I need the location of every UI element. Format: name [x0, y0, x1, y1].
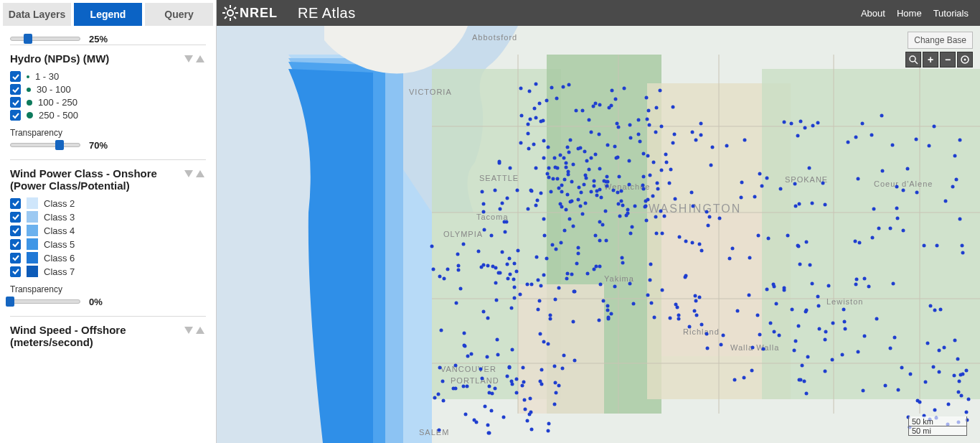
svg-point-422 — [961, 251, 965, 255]
svg-point-541 — [479, 368, 483, 371]
svg-point-495 — [857, 350, 860, 354]
link-home[interactable]: Home — [897, 8, 922, 19]
svg-point-297 — [513, 297, 517, 300]
svg-point-110 — [598, 133, 601, 136]
svg-point-371 — [661, 232, 664, 236]
svg-point-234 — [569, 200, 573, 204]
link-about[interactable]: About — [861, 8, 885, 19]
svg-point-204 — [512, 278, 516, 281]
svg-point-181 — [481, 190, 484, 194]
move-down-icon[interactable] — [183, 52, 194, 65]
svg-point-189 — [483, 228, 486, 232]
svg-point-283 — [466, 385, 469, 388]
checkbox[interactable] — [10, 71, 21, 82]
svg-text:Abbotsford: Abbotsford — [472, 33, 517, 42]
checkbox[interactable] — [10, 84, 21, 95]
svg-point-102 — [594, 153, 598, 157]
map-area[interactable]: NREL RE Atlas About Home Tutorials Chang… — [217, 0, 980, 443]
move-down-icon[interactable] — [183, 324, 194, 337]
checkbox[interactable] — [10, 110, 21, 121]
svg-point-482 — [748, 294, 751, 297]
svg-point-229 — [566, 272, 570, 276]
checkbox[interactable] — [10, 198, 21, 209]
link-tutorials[interactable]: Tutorials — [933, 8, 969, 19]
svg-point-105 — [646, 154, 650, 158]
legend-item-label: 250 - 500 — [39, 110, 78, 121]
svg-point-445 — [936, 244, 939, 248]
zoom-in-button[interactable]: + — [923, 52, 938, 67]
svg-point-243 — [549, 314, 552, 317]
svg-point-490 — [960, 394, 963, 398]
svg-point-124 — [628, 159, 631, 163]
svg-point-239 — [577, 246, 580, 250]
svg-point-156 — [529, 118, 532, 121]
svg-point-134 — [642, 187, 646, 191]
svg-point-64 — [623, 87, 626, 90]
zoom-out-button[interactable]: − — [940, 52, 956, 67]
move-up-icon[interactable] — [194, 167, 206, 180]
svg-point-271 — [486, 355, 489, 359]
svg-point-113 — [617, 126, 621, 129]
map-canvas[interactable]: WASHINGTON Abbotsford VICTORIA SEATTLE T… — [217, 26, 980, 443]
svg-point-223 — [506, 263, 509, 266]
svg-point-296 — [463, 344, 466, 348]
checkbox[interactable] — [10, 225, 21, 236]
move-up-icon[interactable] — [194, 324, 206, 337]
svg-point-497 — [806, 355, 810, 359]
svg-point-483 — [773, 330, 776, 334]
tab-query[interactable]: Query — [145, 3, 213, 26]
zoom-box-button[interactable] — [905, 52, 921, 67]
svg-point-572 — [938, 370, 941, 374]
svg-point-170 — [534, 83, 538, 86]
tab-data-layers[interactable]: Data Layers — [3, 3, 71, 26]
legend-item-label: Class 4 — [44, 225, 75, 236]
svg-point-506 — [926, 342, 930, 345]
svg-point-511 — [939, 308, 943, 312]
svg-point-279 — [477, 250, 481, 253]
svg-point-142 — [647, 109, 651, 113]
svg-point-252 — [549, 317, 552, 321]
svg-point-298 — [482, 310, 486, 314]
svg-text:WASHINGTON: WASHINGTON — [649, 202, 741, 215]
change-base-button[interactable]: Change Base — [908, 32, 973, 49]
svg-point-332 — [650, 302, 654, 305]
svg-point-173 — [494, 281, 498, 285]
svg-point-144 — [567, 173, 570, 177]
svg-point-552 — [522, 381, 526, 384]
transparency-slider-prev[interactable] — [10, 33, 80, 45]
tab-legend[interactable]: Legend — [74, 3, 142, 26]
move-up-icon[interactable] — [194, 52, 206, 65]
move-down-icon[interactable] — [183, 167, 194, 180]
svg-point-417 — [902, 229, 905, 233]
checkbox[interactable] — [10, 239, 21, 250]
svg-point-425 — [951, 185, 955, 189]
svg-point-550 — [553, 403, 557, 406]
map-controls: Change Base + − — [905, 32, 973, 67]
checkbox[interactable] — [10, 97, 21, 108]
legend-panel[interactable]: 25% Hydro (NPDs) (MW) 1 - 3030 - 100100 … — [0, 26, 216, 443]
svg-point-306 — [441, 380, 445, 383]
transparency-slider-hydro[interactable] — [10, 139, 80, 151]
svg-point-88 — [590, 131, 593, 134]
svg-point-198 — [547, 167, 551, 170]
svg-point-114 — [533, 107, 537, 111]
zoom-extent-button[interactable] — [957, 52, 973, 67]
transparency-slider-wind-onshore[interactable] — [10, 296, 80, 307]
svg-point-564 — [529, 411, 533, 414]
checkbox[interactable] — [10, 212, 21, 223]
svg-point-141 — [585, 159, 589, 163]
checkbox[interactable] — [10, 253, 21, 264]
svg-point-258 — [462, 243, 466, 246]
svg-point-412 — [906, 167, 910, 171]
dot-swatch — [27, 88, 31, 92]
svg-line-14 — [234, 7, 236, 9]
svg-point-443 — [915, 191, 919, 195]
svg-point-395 — [707, 224, 710, 228]
svg-point-378 — [699, 122, 703, 126]
svg-point-509 — [805, 392, 809, 396]
svg-point-308 — [547, 342, 550, 346]
svg-point-221 — [593, 185, 596, 188]
checkbox[interactable] — [10, 266, 21, 277]
svg-point-492 — [889, 347, 892, 350]
svg-point-428 — [870, 134, 874, 137]
